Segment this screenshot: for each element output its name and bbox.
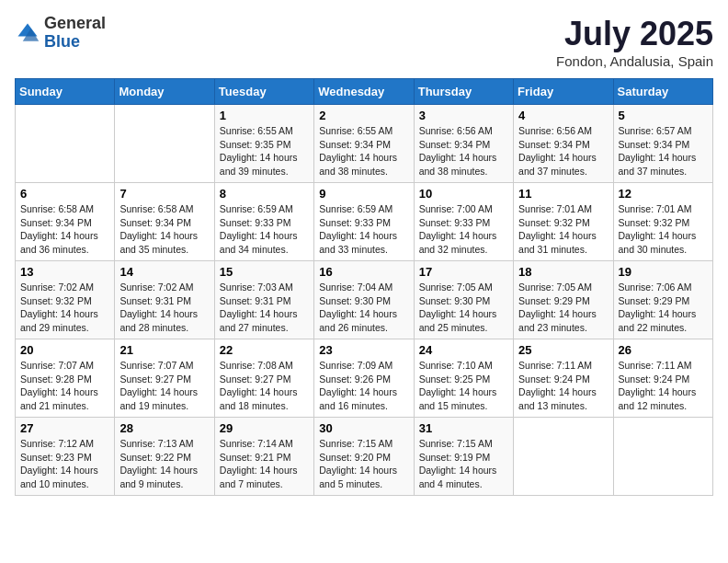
calendar-location: Fondon, Andalusia, Spain (556, 53, 713, 69)
sunrise-text: Sunrise: 7:07 AM (20, 359, 109, 373)
day-detail: Sunrise: 7:15 AMSunset: 9:19 PMDaylight:… (419, 437, 508, 491)
sunset-text: Sunset: 9:20 PM (319, 451, 408, 465)
sunrise-text: Sunrise: 7:01 AM (518, 202, 608, 216)
calendar-cell (16, 105, 115, 183)
calendar-cell: 30Sunrise: 7:15 AMSunset: 9:20 PMDayligh… (314, 418, 414, 496)
sunset-text: Sunset: 9:34 PM (20, 216, 109, 230)
calendar-cell: 28Sunrise: 7:13 AMSunset: 9:22 PMDayligh… (115, 418, 214, 496)
sunset-text: Sunset: 9:23 PM (20, 451, 109, 465)
day-detail: Sunrise: 7:07 AMSunset: 9:28 PMDaylight:… (20, 359, 109, 413)
calendar-cell (115, 105, 214, 183)
day-detail: Sunrise: 7:07 AMSunset: 9:27 PMDaylight:… (119, 359, 209, 413)
sunset-text: Sunset: 9:27 PM (119, 373, 209, 386)
day-number: 13 (20, 265, 109, 279)
calendar-cell: 20Sunrise: 7:07 AMSunset: 9:28 PMDayligh… (16, 339, 115, 418)
header-row: SundayMondayTuesdayWednesdayThursdayFrid… (16, 79, 713, 105)
sunrise-text: Sunrise: 6:55 AM (319, 124, 408, 138)
daylight-text: Daylight: 14 hours and 12 minutes. (619, 385, 708, 412)
day-number: 20 (20, 343, 109, 357)
day-number: 19 (619, 265, 708, 279)
sunrise-text: Sunrise: 7:11 AM (619, 359, 708, 373)
daylight-text: Daylight: 14 hours and 10 minutes. (20, 464, 109, 490)
sunrise-text: Sunrise: 7:10 AM (419, 359, 508, 373)
calendar-cell: 10Sunrise: 7:00 AMSunset: 9:33 PMDayligh… (414, 183, 513, 261)
daylight-text: Daylight: 14 hours and 13 minutes. (518, 385, 608, 412)
sunrise-text: Sunrise: 7:02 AM (20, 281, 109, 294)
day-number: 18 (518, 265, 608, 279)
calendar-cell: 22Sunrise: 7:08 AMSunset: 9:27 PMDayligh… (214, 339, 313, 418)
day-number: 2 (319, 109, 408, 122)
calendar-cell: 31Sunrise: 7:15 AMSunset: 9:19 PMDayligh… (414, 418, 513, 496)
day-detail: Sunrise: 7:12 AMSunset: 9:23 PMDaylight:… (20, 437, 109, 491)
day-number: 22 (220, 343, 309, 357)
sunrise-text: Sunrise: 7:09 AM (319, 359, 408, 373)
calendar-cell: 27Sunrise: 7:12 AMSunset: 9:23 PMDayligh… (16, 418, 115, 496)
sunset-text: Sunset: 9:30 PM (419, 294, 508, 308)
calendar-header: SundayMondayTuesdayWednesdayThursdayFrid… (16, 79, 713, 105)
day-number: 11 (518, 187, 608, 201)
day-number: 5 (619, 109, 708, 122)
day-detail: Sunrise: 7:02 AMSunset: 9:31 PMDaylight:… (119, 281, 209, 335)
calendar-cell: 9Sunrise: 6:59 AMSunset: 9:33 PMDaylight… (314, 183, 414, 261)
calendar-cell: 23Sunrise: 7:09 AMSunset: 9:26 PMDayligh… (314, 339, 414, 418)
sunset-text: Sunset: 9:32 PM (619, 216, 708, 230)
sunset-text: Sunset: 9:25 PM (419, 373, 508, 386)
day-detail: Sunrise: 6:56 AMSunset: 9:34 PMDaylight:… (518, 124, 608, 178)
sunrise-text: Sunrise: 6:59 AM (319, 202, 408, 216)
day-detail: Sunrise: 7:10 AMSunset: 9:25 PMDaylight:… (419, 359, 508, 413)
day-detail: Sunrise: 7:11 AMSunset: 9:24 PMDaylight:… (518, 359, 608, 413)
day-detail: Sunrise: 7:02 AMSunset: 9:32 PMDaylight:… (20, 281, 109, 335)
sunset-text: Sunset: 9:29 PM (619, 294, 708, 308)
sunset-text: Sunset: 9:32 PM (20, 294, 109, 308)
sunrise-text: Sunrise: 7:00 AM (419, 202, 508, 216)
calendar-cell: 19Sunrise: 7:06 AMSunset: 9:29 PMDayligh… (613, 261, 712, 339)
header-day: Wednesday (314, 79, 414, 105)
day-detail: Sunrise: 7:13 AMSunset: 9:22 PMDaylight:… (119, 437, 209, 491)
day-detail: Sunrise: 6:58 AMSunset: 9:34 PMDaylight:… (119, 202, 209, 257)
day-number: 27 (20, 421, 109, 435)
calendar-cell: 7Sunrise: 6:58 AMSunset: 9:34 PMDaylight… (115, 183, 214, 261)
sunrise-text: Sunrise: 7:05 AM (419, 281, 508, 294)
day-detail: Sunrise: 6:55 AMSunset: 9:34 PMDaylight:… (319, 124, 408, 178)
sunset-text: Sunset: 9:34 PM (119, 216, 209, 230)
header-day: Friday (514, 79, 613, 105)
calendar-cell: 21Sunrise: 7:07 AMSunset: 9:27 PMDayligh… (115, 339, 214, 418)
sunrise-text: Sunrise: 7:14 AM (220, 437, 309, 451)
sunset-text: Sunset: 9:31 PM (220, 294, 309, 308)
day-detail: Sunrise: 7:14 AMSunset: 9:21 PMDaylight:… (220, 437, 309, 491)
sunrise-text: Sunrise: 7:02 AM (119, 281, 209, 294)
day-detail: Sunrise: 7:09 AMSunset: 9:26 PMDaylight:… (319, 359, 408, 413)
logo-general: General (44, 15, 106, 33)
header-day: Thursday (414, 79, 513, 105)
day-number: 26 (619, 343, 708, 357)
day-detail: Sunrise: 7:00 AMSunset: 9:33 PMDaylight:… (419, 202, 508, 257)
sunset-text: Sunset: 9:21 PM (220, 451, 309, 465)
sunrise-text: Sunrise: 6:56 AM (518, 124, 608, 138)
daylight-text: Daylight: 14 hours and 16 minutes. (319, 385, 408, 412)
sunset-text: Sunset: 9:22 PM (119, 451, 209, 465)
sunrise-text: Sunrise: 7:15 AM (419, 437, 508, 451)
day-number: 1 (220, 109, 309, 122)
day-detail: Sunrise: 7:05 AMSunset: 9:30 PMDaylight:… (419, 281, 508, 335)
day-number: 25 (518, 343, 608, 357)
daylight-text: Daylight: 14 hours and 38 minutes. (319, 151, 408, 178)
sunrise-text: Sunrise: 6:58 AM (119, 202, 209, 216)
daylight-text: Daylight: 14 hours and 21 minutes. (20, 385, 109, 412)
logo-text: General Blue (44, 15, 106, 52)
day-number: 24 (419, 343, 508, 357)
sunset-text: Sunset: 9:32 PM (518, 216, 608, 230)
calendar-cell: 2Sunrise: 6:55 AMSunset: 9:34 PMDaylight… (314, 105, 414, 183)
daylight-text: Daylight: 14 hours and 18 minutes. (220, 385, 309, 412)
day-number: 29 (220, 421, 309, 435)
day-number: 17 (419, 265, 508, 279)
day-number: 9 (319, 187, 408, 201)
sunset-text: Sunset: 9:33 PM (319, 216, 408, 230)
logo: General Blue (15, 15, 106, 52)
sunrise-text: Sunrise: 7:08 AM (220, 359, 309, 373)
calendar-cell: 14Sunrise: 7:02 AMSunset: 9:31 PMDayligh… (115, 261, 214, 339)
calendar-body: 1Sunrise: 6:55 AMSunset: 9:35 PMDaylight… (16, 105, 713, 496)
day-detail: Sunrise: 6:57 AMSunset: 9:34 PMDaylight:… (619, 124, 708, 178)
day-number: 12 (619, 187, 708, 201)
calendar-week-row: 1Sunrise: 6:55 AMSunset: 9:35 PMDaylight… (16, 105, 713, 183)
day-number: 14 (119, 265, 209, 279)
